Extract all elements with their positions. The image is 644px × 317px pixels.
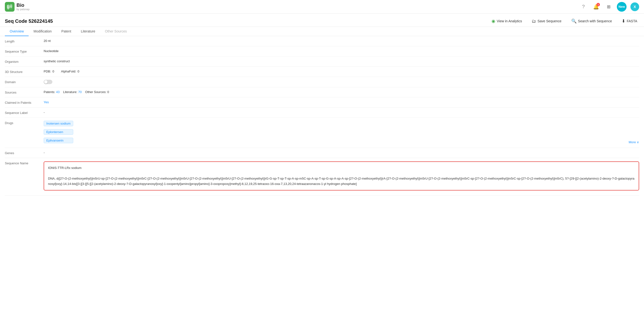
genes-value: -	[44, 151, 639, 154]
organism-label: Organism	[5, 59, 44, 63]
pdb-label: PDB:	[44, 69, 51, 73]
alphafold-label: AlphaFold:	[61, 69, 76, 73]
claimed-yes-link[interactable]: Yes	[44, 100, 49, 104]
logo-bio-label: Bio	[16, 2, 30, 8]
tab-overview[interactable]: Overview	[5, 27, 28, 36]
top-right-actions: ? 🔔 1 ⊞ New X	[579, 2, 639, 12]
drugs-value: Inotersen sodium Eplontersen Eplivanseri…	[44, 121, 639, 145]
domain-row: Domain	[5, 77, 639, 87]
top-bar: Bio Bio by patsnap ? 🔔 1 ⊞ New X	[0, 0, 644, 13]
search-sequence-button[interactable]: 🔍 Search with Sequence	[569, 17, 614, 25]
analytics-label: View in Analytics	[497, 19, 522, 23]
page-title: Seq Code 526224145	[5, 18, 53, 24]
seq-name-text: IONIS-TTR-LRx sodium DNA, d([2?-O-(2-met…	[48, 165, 635, 187]
drugs-row: Drugs Inotersen sodium Eplontersen Epliv…	[5, 118, 639, 148]
more-drugs-link[interactable]: More ∨	[629, 140, 639, 145]
new-button[interactable]: New	[617, 2, 626, 12]
logo-patsnap-label: by patsnap	[16, 8, 30, 11]
seq-label-row: Sequence Label -	[5, 108, 639, 118]
tab-modification[interactable]: Modification	[28, 27, 56, 36]
pdb-item: PDB: 0	[44, 69, 54, 73]
structure-row: 3D Structure PDB: 0 AlphaFold: 0	[5, 67, 639, 77]
help-icon: ?	[582, 4, 584, 9]
sources-value: Patents: 43 Literature: 70 Other Sources…	[44, 90, 639, 94]
fasta-label: FASTA	[627, 19, 637, 23]
seq-label-value: -	[44, 110, 639, 114]
domain-value	[44, 80, 639, 84]
page-header: Seq Code 526224145 ◉ View in Analytics 🗂…	[0, 13, 644, 27]
grid-icon: ⊞	[607, 4, 610, 9]
genes-row: Genes -	[5, 148, 639, 158]
sources-literature-label: Literature:	[63, 90, 77, 94]
tab-other-sources: Other Sources	[100, 27, 132, 36]
alphafold-value: 0	[78, 69, 79, 73]
tabs-bar: Overview Modification Patent Literature …	[0, 27, 644, 36]
seq-name-box: IONIS-TTR-LRx sodium DNA, d([2?-O-(2-met…	[44, 161, 639, 191]
claimed-label: Claimed in Patents	[5, 100, 44, 104]
new-label: New	[618, 5, 625, 8]
sources-other-label: Other Sources:	[85, 90, 106, 94]
claimed-value: Yes	[44, 100, 639, 104]
save-label: Save Sequence	[538, 19, 562, 23]
seq-name-value: IONIS-TTR-LRx sodium DNA, d([2?-O-(2-met…	[44, 161, 639, 191]
seq-name-row: Sequence Name IONIS-TTR-LRx sodium DNA, …	[5, 158, 639, 196]
organism-value: synthetic construct	[44, 59, 639, 63]
save-sequence-button[interactable]: 🗂 Save Sequence	[530, 18, 564, 25]
domain-toggle[interactable]	[44, 80, 52, 84]
notification-badge: 1	[596, 3, 600, 6]
sequence-type-label: Sequence Type	[5, 49, 44, 53]
length-label: Length	[5, 39, 44, 43]
fasta-button[interactable]: ⬇ FASTA	[620, 17, 639, 25]
structure-value: PDB: 0 AlphaFold: 0	[44, 69, 639, 73]
sources-label: Sources	[5, 90, 44, 94]
logo-text: Bio by patsnap	[16, 2, 30, 11]
analytics-icon: ◉	[492, 18, 495, 24]
sequence-type-value: Nucleotide	[44, 49, 639, 53]
user-avatar-button[interactable]: X	[630, 2, 639, 11]
apps-button[interactable]: ⊞	[604, 2, 613, 11]
seq-name-label: Sequence Name	[5, 161, 44, 165]
main-content: Length 20 nt Sequence Type Nucleotide Or…	[0, 36, 644, 196]
sources-row: Sources Patents: 43 Literature: 70 Other…	[5, 87, 639, 97]
genes-label: Genes	[5, 151, 44, 155]
sequence-type-row: Sequence Type Nucleotide	[5, 46, 639, 56]
download-icon: ⬇	[622, 18, 625, 24]
action-buttons: ◉ View in Analytics 🗂 Save Sequence 🔍 Se…	[490, 17, 639, 25]
sources-patents-link[interactable]: 43	[56, 90, 60, 94]
seq-label-label: Sequence Label	[5, 110, 44, 115]
save-icon: 🗂	[532, 19, 536, 24]
tab-literature[interactable]: Literature	[76, 27, 100, 36]
length-row: Length 20 nt	[5, 36, 639, 46]
help-button[interactable]: ?	[579, 2, 588, 11]
domain-label: Domain	[5, 80, 44, 84]
length-value: 20 nt	[44, 39, 639, 43]
drug-tag-2[interactable]: Eplivanserin	[44, 138, 73, 143]
sources-patents-label: Patents:	[44, 90, 55, 94]
drugs-label: Drugs	[5, 121, 44, 125]
drug-tag-1[interactable]: Eplontersen	[44, 129, 73, 135]
toggle-knob	[44, 80, 48, 84]
sources-literature-link[interactable]: 70	[78, 90, 82, 94]
structure-label: 3D Structure	[5, 69, 44, 74]
sources-other-value: 0	[107, 90, 109, 94]
search-label: Search with Sequence	[578, 19, 612, 23]
drug-tag-0[interactable]: Inotersen sodium	[44, 121, 73, 126]
alphafold-item: AlphaFold: 0	[61, 69, 79, 73]
pdb-value: 0	[52, 69, 54, 73]
logo-area: Bio Bio by patsnap	[5, 2, 30, 12]
svg-text:Bio: Bio	[7, 4, 12, 8]
notifications-button[interactable]: 🔔 1	[592, 2, 600, 11]
claimed-row: Claimed in Patents Yes	[5, 97, 639, 108]
tab-patent[interactable]: Patent	[56, 27, 76, 36]
search-icon: 🔍	[571, 18, 576, 24]
user-initial: X	[634, 4, 636, 9]
bio-logo-icon: Bio	[5, 2, 14, 12]
drugs-tags-container: Inotersen sodium Eplontersen Eplivanseri…	[44, 121, 75, 145]
view-analytics-button[interactable]: ◉ View in Analytics	[490, 17, 524, 25]
pdb-alphafold-row: PDB: 0 AlphaFold: 0	[44, 69, 639, 73]
organism-row: Organism synthetic construct	[5, 56, 639, 67]
